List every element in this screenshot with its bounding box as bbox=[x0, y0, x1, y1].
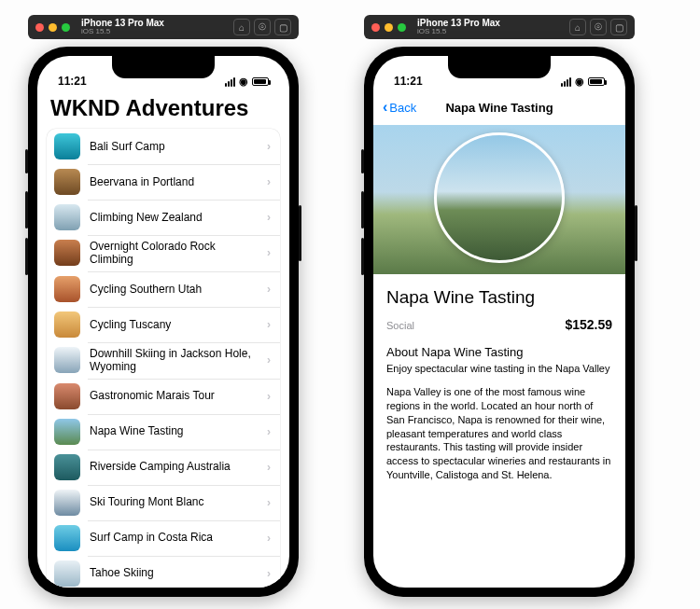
simulator-title-block: iPhone 13 Pro Max iOS 15.5 bbox=[417, 19, 564, 35]
signal-icon bbox=[225, 77, 235, 87]
about-subtitle: Enjoy spectacular wine tasting in the Na… bbox=[386, 363, 612, 374]
thumbnail-image bbox=[54, 383, 80, 409]
list-item-label: Bali Surf Camp bbox=[90, 140, 258, 153]
list-item-label: Overnight Colorado Rock Climbing bbox=[90, 240, 258, 267]
chevron-right-icon: › bbox=[267, 461, 271, 474]
home-icon[interactable]: ⌂ bbox=[569, 19, 586, 35]
ringer-switch bbox=[361, 149, 364, 173]
volume-up bbox=[361, 191, 364, 228]
status-time: 11:21 bbox=[394, 75, 423, 88]
simulator-toolbar: iPhone 13 Pro Max iOS 15.5 ⌂ ⦾ ▢ bbox=[364, 15, 635, 39]
minimize-window-button[interactable] bbox=[385, 23, 393, 32]
rotate-icon[interactable]: ▢ bbox=[274, 19, 291, 35]
simulator-os: iOS 15.5 bbox=[417, 28, 564, 35]
list-item[interactable]: Cycling Southern Utah› bbox=[47, 271, 280, 307]
list-item-label: Cycling Tuscany bbox=[90, 318, 258, 331]
list-item-label: Riverside Camping Australia bbox=[90, 460, 258, 473]
chevron-left-icon: ‹ bbox=[383, 100, 387, 115]
zoom-window-button[interactable] bbox=[62, 23, 70, 32]
list-item[interactable]: Riverside Camping Australia› bbox=[47, 450, 280, 485]
list-item[interactable]: Napa Wine Tasting› bbox=[47, 414, 280, 450]
list-item-label: Beervana in Portland bbox=[90, 175, 258, 188]
list-item-label: Climbing New Zealand bbox=[90, 211, 258, 224]
screenshot-icon[interactable]: ⦾ bbox=[254, 19, 271, 35]
about-heading: About Napa Wine Tasting bbox=[386, 345, 612, 359]
simulator-left: iPhone 13 Pro Max iOS 15.5 ⌂ ⦾ ▢ 11:21 bbox=[28, 15, 299, 597]
chevron-right-icon: › bbox=[267, 425, 271, 438]
thumbnail-image bbox=[54, 419, 80, 445]
list-item-label: Cycling Southern Utah bbox=[90, 283, 258, 296]
list-item-label: Downhill Skiing in Jackson Hole, Wyoming bbox=[90, 347, 258, 374]
category-label: Social bbox=[386, 320, 414, 331]
chevron-right-icon: › bbox=[267, 496, 271, 509]
chevron-right-icon: › bbox=[267, 175, 271, 188]
thumbnail-image bbox=[54, 133, 80, 159]
list-item-label: Napa Wine Tasting bbox=[90, 424, 258, 437]
chevron-right-icon: › bbox=[267, 140, 271, 153]
thumbnail-image bbox=[54, 561, 80, 587]
thumbnail-image bbox=[54, 169, 80, 195]
adventure-list[interactable]: Bali Surf Camp›Beervana in Portland›Clim… bbox=[47, 129, 280, 588]
minimize-window-button[interactable] bbox=[49, 23, 57, 32]
detail-title: Napa Wine Tasting bbox=[386, 287, 612, 308]
list-item[interactable]: Bali Surf Camp› bbox=[47, 129, 280, 164]
list-item[interactable]: Overnight Colorado Rock Climbing› bbox=[47, 235, 280, 271]
price-label: $152.59 bbox=[565, 317, 612, 332]
list-item[interactable]: Downhill Skiing in Jackson Hole, Wyoming… bbox=[47, 342, 280, 379]
volume-up bbox=[25, 191, 28, 228]
thumbnail-image bbox=[54, 490, 80, 516]
notch bbox=[112, 56, 215, 78]
list-item-label: Surf Camp in Costa Rica bbox=[90, 531, 258, 544]
hero-circle-image bbox=[434, 132, 565, 263]
thumbnail-image bbox=[54, 454, 80, 480]
chevron-right-icon: › bbox=[267, 211, 271, 224]
rotate-icon[interactable]: ▢ bbox=[610, 19, 627, 35]
chevron-right-icon: › bbox=[267, 318, 271, 331]
nav-bar: ‹ Back Napa Wine Tasting bbox=[373, 91, 625, 125]
list-item[interactable]: Surf Camp in Costa Rica› bbox=[47, 520, 280, 556]
back-button[interactable]: ‹ Back bbox=[383, 100, 416, 115]
power-button bbox=[635, 205, 637, 261]
thumbnail-image bbox=[54, 311, 80, 338]
about-description: Napa Valley is one of the most famous wi… bbox=[386, 385, 612, 482]
chevron-right-icon: › bbox=[267, 532, 271, 545]
battery-icon bbox=[588, 77, 605, 86]
thumbnail-image bbox=[54, 240, 80, 266]
list-item[interactable]: Climbing New Zealand› bbox=[47, 200, 280, 235]
close-window-button[interactable] bbox=[371, 23, 380, 32]
hero-image bbox=[373, 125, 625, 274]
ringer-switch bbox=[25, 149, 28, 173]
thumbnail-image bbox=[54, 347, 80, 373]
list-item[interactable]: Beervana in Portland› bbox=[47, 164, 280, 200]
home-icon[interactable]: ⌂ bbox=[233, 19, 250, 35]
back-label: Back bbox=[389, 101, 416, 115]
simulator-right: iPhone 13 Pro Max iOS 15.5 ⌂ ⦾ ▢ 11:21 bbox=[364, 15, 635, 597]
list-item[interactable]: Ski Touring Mont Blanc› bbox=[47, 485, 280, 520]
signal-icon bbox=[561, 77, 571, 87]
battery-icon bbox=[252, 77, 269, 86]
list-item[interactable]: Gastronomic Marais Tour› bbox=[47, 379, 280, 414]
close-window-button[interactable] bbox=[35, 23, 44, 32]
chevron-right-icon: › bbox=[267, 246, 271, 259]
phone-screen: 11:21 ◉ WKND Adventures Bali Surf Camp›B… bbox=[37, 56, 289, 588]
screenshot-icon[interactable]: ⦾ bbox=[590, 19, 607, 35]
list-item[interactable]: Tahoe Skiing› bbox=[47, 556, 280, 588]
list-item-label: Gastronomic Marais Tour bbox=[90, 389, 258, 402]
list-item-label: Tahoe Skiing bbox=[90, 566, 258, 579]
list-item[interactable]: Cycling Tuscany› bbox=[47, 307, 280, 342]
volume-down bbox=[361, 238, 364, 275]
chevron-right-icon: › bbox=[267, 567, 271, 580]
power-button bbox=[299, 205, 301, 261]
simulator-title-block: iPhone 13 Pro Max iOS 15.5 bbox=[81, 19, 228, 35]
chevron-right-icon: › bbox=[267, 353, 271, 367]
chevron-right-icon: › bbox=[267, 283, 271, 296]
phone-frame: 11:21 ◉ WKND Adventures Bali Surf Camp›B… bbox=[28, 47, 299, 597]
chevron-right-icon: › bbox=[267, 390, 271, 403]
window-controls bbox=[371, 23, 406, 32]
list-item-label: Ski Touring Mont Blanc bbox=[90, 495, 258, 508]
phone-frame: 11:21 ◉ ‹ Back Napa Wine Tasting bbox=[364, 47, 635, 597]
volume-down bbox=[25, 238, 28, 275]
status-time: 11:21 bbox=[58, 75, 87, 88]
zoom-window-button[interactable] bbox=[398, 23, 406, 32]
wifi-icon: ◉ bbox=[239, 76, 248, 88]
